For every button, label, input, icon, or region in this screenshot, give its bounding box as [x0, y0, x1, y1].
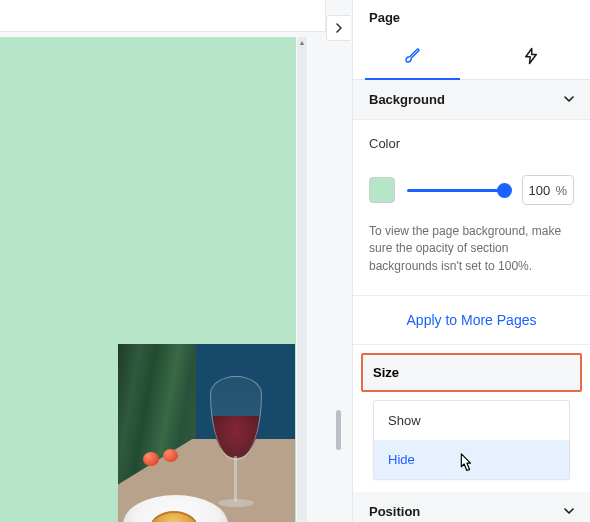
canvas-area: ▲ [0, 0, 352, 522]
dropdown-option-hide[interactable]: Hide [374, 440, 569, 479]
section-header-background[interactable]: Background [353, 80, 590, 120]
scroll-up-icon[interactable]: ▲ [297, 37, 307, 47]
page-canvas[interactable] [0, 37, 296, 522]
inspector-panel: Page Background Color [352, 0, 590, 522]
color-swatch[interactable] [369, 177, 395, 203]
section-header-label: Position [369, 504, 420, 519]
slider-thumb[interactable] [497, 183, 512, 198]
background-hint: To view the page background, make sure t… [369, 223, 574, 275]
opacity-input[interactable] [523, 183, 555, 198]
section-header-label: Size [373, 365, 399, 380]
tab-design[interactable] [353, 33, 472, 79]
section-header-size[interactable]: Size [361, 353, 582, 392]
section-header-label: Background [369, 92, 445, 107]
tab-interactions[interactable] [472, 33, 591, 79]
chevron-down-icon [564, 92, 574, 107]
panel-scrollbar[interactable] [336, 410, 341, 450]
canvas-scrollbar[interactable]: ▲ [297, 37, 307, 522]
section-header-position[interactable]: Position [353, 492, 590, 522]
chevron-right-icon [334, 23, 344, 33]
opacity-slider[interactable] [407, 181, 510, 199]
size-dropdown: Show Hide [373, 400, 570, 480]
panel-tabs [353, 33, 590, 80]
lightning-icon [522, 47, 540, 65]
image-element[interactable] [118, 344, 295, 522]
opacity-unit: % [555, 183, 567, 198]
color-label: Color [369, 136, 574, 151]
dropdown-option-show[interactable]: Show [374, 401, 569, 440]
canvas-topbar [0, 0, 326, 32]
opacity-input-group: % [522, 175, 574, 205]
panel-title: Page [353, 0, 590, 33]
background-section-body: Color % To view the page background, mak… [353, 120, 590, 296]
apply-to-more-pages-link[interactable]: Apply to More Pages [353, 296, 590, 345]
chevron-down-icon [564, 504, 574, 519]
brush-icon [403, 47, 421, 65]
panel-collapse-button[interactable] [326, 15, 350, 41]
